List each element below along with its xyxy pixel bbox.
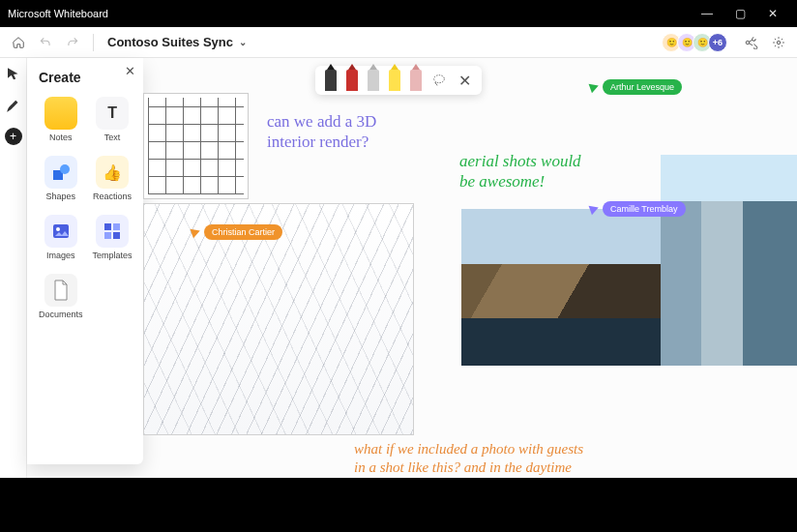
presence-more-badge: +6 <box>708 33 727 52</box>
thumbs-up-icon: 👍 <box>96 156 129 189</box>
window-minimize-button[interactable]: — <box>691 7 723 20</box>
chevron-down-icon: ⌄ <box>239 37 247 47</box>
panel-title: Create <box>39 70 133 85</box>
share-icon <box>745 36 758 49</box>
cursor-pointer-icon <box>191 226 202 238</box>
add-tool-button[interactable]: + <box>5 128 22 145</box>
redo-button[interactable] <box>62 32 83 53</box>
cursor-pointer-icon <box>589 81 601 93</box>
svg-point-9 <box>434 75 445 83</box>
tool-label: Images <box>46 251 75 260</box>
board-name-dropdown[interactable]: Contoso Suites Sync ⌄ <box>103 33 251 51</box>
templates-icon <box>96 215 129 248</box>
cursor-name-tag: Arthur Levesque <box>603 79 682 95</box>
svg-point-4 <box>56 227 60 231</box>
remote-cursor-christian: Christian Cartier <box>192 224 282 240</box>
shapes-icon <box>44 156 77 189</box>
tool-label: Text <box>104 133 121 142</box>
pen-pencil[interactable] <box>368 70 379 91</box>
svg-point-2 <box>60 164 70 174</box>
tool-documents[interactable]: Documents <box>37 270 85 323</box>
undo-icon <box>39 36 52 49</box>
svg-rect-6 <box>113 223 120 230</box>
image-icon <box>44 215 77 248</box>
tool-label: Shapes <box>46 192 76 201</box>
pen-tray: ✕ <box>315 66 482 95</box>
panel-close-button[interactable]: ✕ <box>125 64 135 78</box>
tool-label: Notes <box>49 133 73 142</box>
cursor-name-tag: Camille Tremblay <box>603 201 686 217</box>
app-toolbar: Contoso Suites Sync ⌄ 🙂 🙂 🙂 +6 <box>0 27 797 58</box>
home-icon <box>12 36 25 49</box>
ink-tool-button[interactable] <box>5 97 22 114</box>
tool-images[interactable]: Images <box>37 211 85 264</box>
canvas-image-floorplan[interactable] <box>143 93 249 199</box>
tool-templates[interactable]: Templates <box>91 211 134 264</box>
tool-shapes[interactable]: Shapes <box>37 152 85 205</box>
gear-icon <box>772 36 785 49</box>
pen-icon <box>5 97 22 114</box>
select-tool-button[interactable] <box>5 66 22 83</box>
svg-rect-8 <box>113 232 120 239</box>
ink-annotation-purple[interactable]: can we add a 3D interior render? <box>267 111 376 153</box>
tool-label: Templates <box>93 251 133 260</box>
window-close-button[interactable]: ✕ <box>756 7 789 20</box>
left-toolrail: + <box>0 58 27 505</box>
highlighter-yellow[interactable] <box>389 70 400 91</box>
pen-tray-close-button[interactable]: ✕ <box>457 73 472 88</box>
document-icon <box>44 274 77 307</box>
home-button[interactable] <box>8 32 29 53</box>
whiteboard-canvas[interactable]: + ✕ Create Notes T Text Shapes 👍 Rea <box>0 58 797 505</box>
pen-black[interactable] <box>325 70 337 91</box>
app-title: Microsoft Whiteboard <box>8 8 108 19</box>
share-button[interactable] <box>741 32 762 53</box>
canvas-image-resort[interactable] <box>461 209 661 366</box>
canvas-image-lobby[interactable] <box>661 155 797 366</box>
toolbar-divider <box>93 34 94 51</box>
board-name-label: Contoso Suites Sync <box>107 35 233 49</box>
remote-cursor-arthur: Arthur Levesque <box>590 79 682 95</box>
tool-label: Documents <box>39 310 83 319</box>
eraser-pen[interactable] <box>410 70 422 91</box>
lasso-tool-button[interactable] <box>431 73 447 88</box>
presence-stack[interactable]: 🙂 🙂 🙂 +6 <box>665 33 727 52</box>
ink-annotation-orange[interactable]: what if we included a photo with guests … <box>354 440 583 477</box>
svg-rect-7 <box>104 232 111 239</box>
ink-annotation-green[interactable]: aerial shots would be awesome! <box>459 151 581 192</box>
redo-icon <box>66 36 79 49</box>
undo-button[interactable] <box>35 32 56 53</box>
window-titlebar: Microsoft Whiteboard — ▢ ✕ <box>0 0 797 27</box>
svg-point-0 <box>777 41 781 44</box>
text-icon: T <box>96 97 129 130</box>
remote-cursor-camille: Camille Tremblay <box>590 201 686 217</box>
tool-label: Reactions <box>93 192 132 201</box>
tool-notes[interactable]: Notes <box>37 93 85 146</box>
settings-button[interactable] <box>768 32 789 53</box>
tool-text[interactable]: T Text <box>91 93 134 146</box>
lasso-icon <box>431 73 447 88</box>
cursor-icon <box>5 66 22 83</box>
create-panel: ✕ Create Notes T Text Shapes 👍 Reactions <box>27 58 143 464</box>
sticky-note-icon <box>44 97 77 130</box>
pen-red[interactable] <box>346 70 358 91</box>
plus-icon: + <box>10 131 16 142</box>
bottom-letterbox <box>0 478 797 505</box>
cursor-pointer-icon <box>589 203 601 215</box>
window-restore-button[interactable]: ▢ <box>723 7 756 20</box>
cursor-name-tag: Christian Cartier <box>204 224 282 240</box>
svg-rect-5 <box>104 223 111 230</box>
tool-reactions[interactable]: 👍 Reactions <box>91 152 134 205</box>
